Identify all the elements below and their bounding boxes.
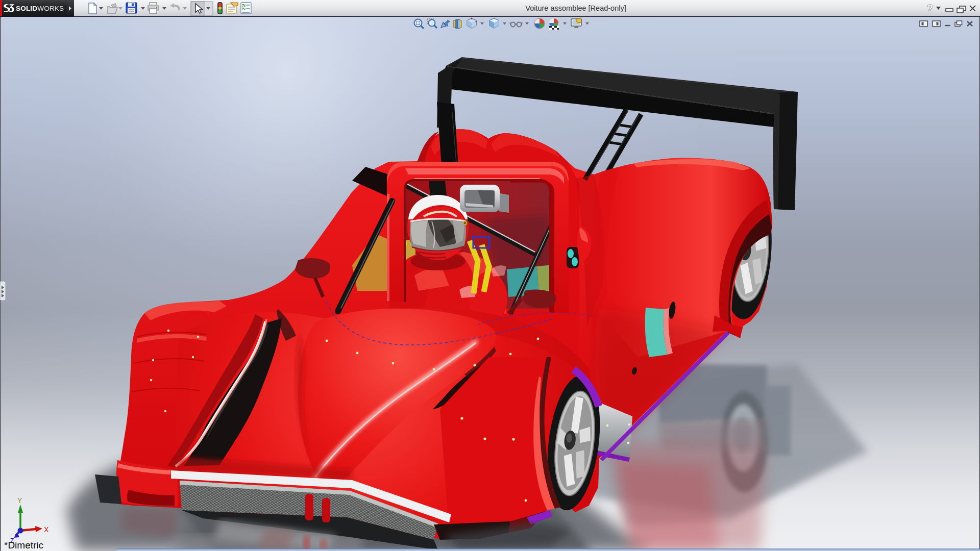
svg-text:?: ? bbox=[927, 3, 933, 14]
svg-text:X: X bbox=[44, 525, 49, 534]
svg-text:Y: Y bbox=[17, 496, 22, 505]
svg-text:*Dimetric: *Dimetric bbox=[4, 540, 43, 550]
